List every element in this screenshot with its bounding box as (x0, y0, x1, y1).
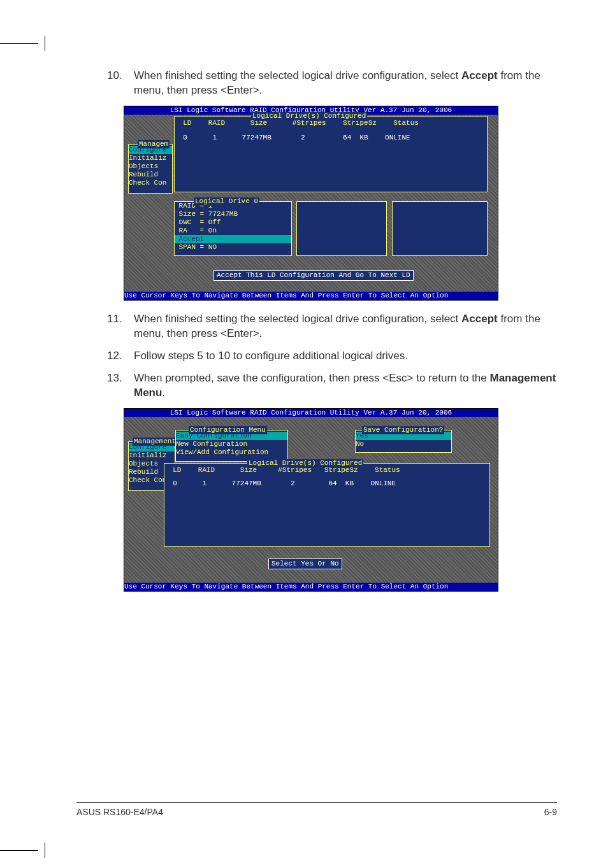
ld-configured-panel: Logical Drive(s) Configured LD RAID Size… (174, 116, 488, 192)
step-text: When finished setting the selected logic… (134, 69, 557, 98)
accept-message: Accept This LD Configuration And Go To N… (214, 270, 414, 281)
step-number: 13. (107, 371, 134, 401)
menu-item-checkcon[interactable]: Check Con (129, 179, 172, 187)
menu-item-initialize[interactable]: Initializ (129, 154, 172, 162)
step-13: 13. When prompted, save the configuratio… (107, 371, 557, 401)
bios-footer: Use Cursor Keys To Navigate Between Item… (124, 583, 498, 591)
step-text: When prompted, save the configuration, t… (134, 371, 557, 401)
step-number: 11. (107, 312, 134, 341)
panel-caption: Logical Drive 0 (194, 197, 259, 206)
save-configuration-dialog: Save Configuration? Yes No (355, 430, 452, 453)
footer-left: ASUS RS160-E4/PA4 (76, 807, 163, 817)
page-footer: ASUS RS160-E4/PA4 6-9 (76, 802, 557, 817)
conf-item-new[interactable]: New Configuration (176, 440, 287, 448)
step-text: When finished setting the selected logic… (134, 312, 557, 341)
bios-screenshot-2: LSI Logic Software RAID Configuration Ut… (124, 408, 498, 592)
panel-caption: Logical Drive(s) Configured (251, 112, 367, 120)
panel-caption: Save Configuration? (362, 426, 444, 434)
management-menu: Managem Configure Initializ Objects Rebu… (128, 144, 173, 194)
step-text: Follow steps 5 to 10 to configure additi… (134, 349, 557, 364)
panel-caption: Management (133, 438, 177, 446)
ld-configured-panel: Logical Drive(s) Configured LD RAID Size… (164, 463, 490, 547)
ld0-accept[interactable]: Accept (175, 235, 291, 243)
empty-panel-2 (392, 201, 488, 256)
step-text-a: When prompted, save the configuration, t… (134, 372, 490, 384)
ld0-size: Size = 77247MB (175, 210, 291, 218)
table-row: 0 1 77247MB 2 64 KB ONLINE (175, 134, 487, 142)
bios-title: LSI Logic Software RAID Configuration Ut… (124, 409, 498, 417)
crop-mark-top (0, 43, 57, 62)
logical-drive-0-panel: Logical Drive 0 RAID = 1 Size = 77247MB … (174, 201, 292, 256)
select-yes-no-message: Select Yes Or No (268, 559, 342, 569)
panel-caption: Managem (138, 140, 170, 148)
menu-item-objects[interactable]: Objects (129, 162, 172, 171)
menu-item-initialize[interactable]: Initializ (129, 452, 175, 460)
step-number: 12. (107, 349, 134, 364)
panel-caption: Configuration Menu (189, 426, 267, 434)
footer-right: 6-9 (544, 807, 557, 817)
step-number: 10. (107, 69, 134, 98)
step-11: 11. When finished setting the selected l… (107, 312, 557, 341)
step-text-a: When finished setting the selected logic… (134, 313, 461, 325)
table-row: 0 1 77247MB 2 64 KB ONLINE (164, 480, 489, 488)
step-text-a: Follow steps 5 to 10 to configure additi… (134, 350, 408, 362)
ld0-dwc: DWC = Off (175, 218, 291, 227)
step-text-bold: Accept (461, 313, 498, 325)
bios-footer: Use Cursor Keys To Navigate Between Item… (124, 292, 498, 300)
empty-panel-1 (296, 201, 387, 256)
configuration-menu: Configuration Menu Easy Configuration Ne… (175, 430, 288, 462)
save-no[interactable]: No (356, 440, 451, 448)
step-12: 12. Follow steps 5 to 10 to configure ad… (107, 349, 557, 364)
menu-item-rebuild[interactable]: Rebuild (129, 171, 172, 179)
step-10: 10. When finished setting the selected l… (107, 69, 557, 98)
step-text-a: When finished setting the selected logic… (134, 69, 461, 82)
page-content: 10. When finished setting the selected l… (76, 64, 557, 830)
ld0-ra: RA = On (175, 227, 291, 235)
panel-caption: Logical Drive(s) Configured (247, 459, 363, 467)
bios-screenshot-1: LSI Logic Software RAID Configuration Ut… (124, 106, 498, 301)
conf-item-viewadd[interactable]: View/Add Configuration (176, 448, 287, 457)
crop-mark-bot (0, 837, 57, 857)
ld0-span: SPAN = NO (175, 243, 291, 252)
step-text-bold: Accept (461, 69, 498, 82)
step-text-b: . (162, 387, 165, 399)
